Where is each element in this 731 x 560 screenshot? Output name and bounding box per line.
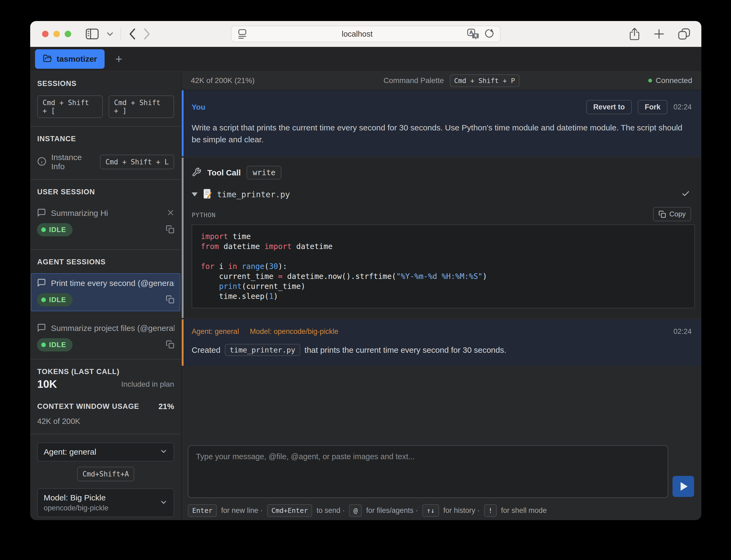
browser-window: localhost A: [30, 21, 701, 520]
tab-overview-icon[interactable]: [678, 28, 691, 40]
code-lines: import timefrom datetime import datetime…: [201, 231, 686, 301]
sessions-header: SESSIONS: [37, 79, 174, 88]
tokens-note: Included in plan: [121, 380, 174, 389]
traffic-lights: [42, 31, 71, 37]
model-select-label: Model: Big Pickle: [44, 493, 160, 502]
copy-code-button[interactable]: Copy: [653, 207, 691, 221]
prev-session-kbd: Cmd + Shift + [: [37, 95, 103, 118]
memo-icon: [203, 189, 212, 200]
agent-name: Agent: general: [192, 327, 239, 336]
reload-icon[interactable]: [484, 28, 495, 40]
connection-status: Connected: [648, 76, 692, 85]
chat-bubble-icon: [37, 208, 46, 218]
input-placeholder: Type your message, @file, @agent, or pas…: [196, 452, 660, 461]
tool-name-badge: write: [247, 166, 281, 179]
main-topbar: 42K of 200K (21%) Command Palette Cmd + …: [182, 71, 701, 90]
minimize-window-button[interactable]: [53, 31, 60, 37]
message-input[interactable]: Type your message, @file, @agent, or pas…: [188, 445, 668, 498]
tokens-value: 10K: [37, 378, 57, 390]
close-window-button[interactable]: [42, 31, 49, 37]
tool-call-panel: Tool Call write time_printer.py: [182, 158, 701, 318]
copy-session-icon[interactable]: [166, 225, 174, 235]
agent-select[interactable]: Agent: general: [37, 443, 174, 461]
user-message: You Revert to Fork 02:24 Write a script …: [182, 90, 701, 156]
chrome-nav: [85, 27, 151, 41]
agent-sessions-header: AGENT SESSIONS: [37, 258, 174, 266]
file-row[interactable]: time_printer.py: [192, 189, 695, 200]
model-name: Model: opencode/big-pickle: [250, 327, 339, 336]
at-kbd: @: [349, 504, 362, 517]
sidebar-toggle-icon[interactable]: [85, 28, 99, 40]
status-badge: IDLE: [37, 223, 73, 236]
instance-section: INSTANCE Instance Info Cmd + Shift + L: [30, 126, 181, 179]
wrench-icon: [192, 167, 201, 178]
chevron-down-icon: [160, 498, 168, 507]
idle-dot: [41, 343, 46, 347]
add-tab-button[interactable]: +: [115, 53, 122, 65]
app-tab-bar: tasmotizer +: [30, 47, 701, 71]
instance-header: INSTANCE: [37, 135, 174, 143]
new-tab-icon[interactable]: [653, 28, 665, 40]
context-percent: 21%: [158, 402, 174, 411]
list-item-agent-session-0[interactable]: Print time every second (@general su... …: [31, 273, 180, 311]
forward-button[interactable]: [143, 28, 151, 40]
session-title[interactable]: Print time every second (@general su...: [51, 279, 174, 288]
folder-open-icon: [43, 54, 52, 64]
enter-kbd: Enter: [188, 504, 217, 517]
tool-call-label: Tool Call: [207, 168, 241, 177]
list-item-agent-session-1[interactable]: Summarize project files (@general sub...…: [31, 318, 180, 356]
message-time: 02:24: [673, 103, 692, 111]
sidebar: SESSIONS Cmd + Shift + [ Cmd + Shift + ]…: [30, 71, 182, 520]
back-button[interactable]: [128, 28, 136, 40]
connected-dot: [648, 79, 652, 82]
tab-tasmotizer[interactable]: tasmotizer: [35, 49, 105, 69]
send-button[interactable]: [673, 476, 694, 497]
tab-label: tasmotizer: [57, 54, 97, 64]
command-palette-kbd: Cmd + Shift + P: [450, 74, 519, 87]
reader-icon[interactable]: [237, 28, 248, 40]
instance-info-label[interactable]: Instance Info: [51, 153, 95, 171]
idle-dot: [41, 227, 46, 232]
copy-session-icon[interactable]: [166, 295, 174, 305]
copy-session-icon[interactable]: [166, 340, 174, 350]
context-header: CONTEXT WINDOW USAGE: [37, 402, 139, 411]
message-text: Write a script that prints the current t…: [192, 122, 692, 146]
address-bar[interactable]: localhost A: [231, 26, 501, 42]
list-item-user-session[interactable]: Summarizing Hi IDLE: [31, 203, 180, 241]
url-text[interactable]: localhost: [248, 30, 467, 39]
next-session-kbd: Cmd + Shift + ]: [109, 95, 174, 118]
sidebar-chevron-down-icon[interactable]: [106, 32, 113, 36]
chat-area: You Revert to Fork 02:24 Write a script …: [182, 90, 701, 441]
zoom-window-button[interactable]: [65, 31, 71, 37]
command-palette[interactable]: Command Palette Cmd + Shift + P: [384, 74, 519, 87]
revert-button[interactable]: Revert to: [586, 100, 632, 114]
close-icon[interactable]: [167, 209, 174, 217]
content: SESSIONS Cmd + Shift + [ Cmd + Shift + ]…: [30, 71, 701, 520]
translate-icon[interactable]: A: [467, 28, 479, 40]
share-icon[interactable]: [629, 27, 640, 41]
tokens-section: TOKENS (LAST CALL) 10K Included in plan …: [30, 359, 181, 434]
info-icon: [37, 157, 46, 167]
main-panel: 42K of 200K (21%) Command Palette Cmd + …: [182, 71, 701, 520]
context-detail: 42K of 200K: [37, 417, 174, 426]
history-kbd: ↑↓: [422, 504, 439, 517]
instance-info-kbd: Cmd + Shift + L: [100, 155, 174, 169]
file-chip[interactable]: time_printer.py: [225, 344, 300, 356]
message-time: 02:24: [673, 327, 692, 336]
bang-kbd: !: [484, 504, 497, 517]
session-title[interactable]: Summarize project files (@general sub...: [51, 324, 174, 333]
agent-select-kbd: Cmd+Shift+A: [77, 467, 134, 481]
session-title[interactable]: Summarizing Hi: [51, 209, 162, 218]
model-select[interactable]: Model: Big Pickle opencode/big-pickle: [37, 488, 174, 517]
browser-chrome: localhost A: [30, 21, 701, 47]
fork-button[interactable]: Fork: [638, 100, 668, 114]
send-icon: [681, 482, 688, 491]
agent-message-text: Created time_printer.py that prints the …: [192, 344, 692, 356]
user-session-section: USER SESSION Summarizing Hi: [30, 179, 181, 249]
screen: localhost A: [0, 0, 731, 560]
check-icon: [681, 189, 690, 199]
message-author: You: [192, 103, 205, 112]
collapse-triangle-icon[interactable]: [192, 192, 198, 196]
status-badge: IDLE: [37, 338, 73, 351]
idle-dot: [41, 298, 46, 302]
